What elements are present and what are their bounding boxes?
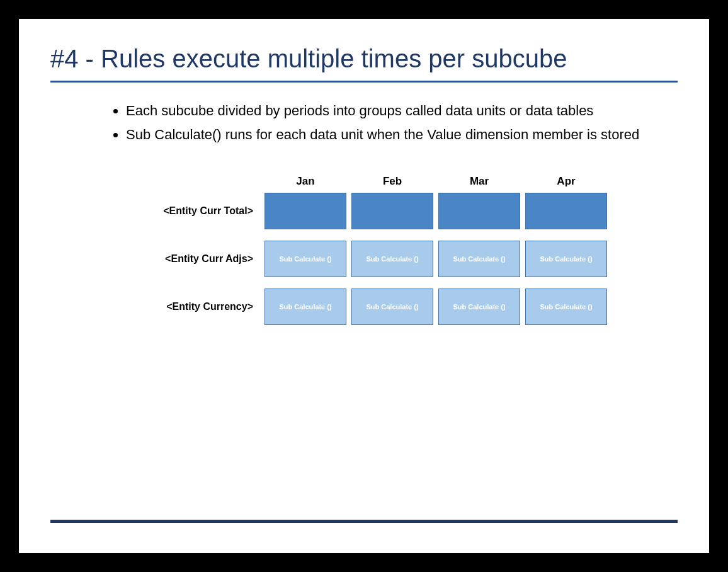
bullet-list: Each subcube divided by periods into gro… xyxy=(126,101,640,144)
cell-entity-currency-feb: Sub Calculate () xyxy=(351,289,433,325)
column-headers: Jan Feb Mar Apr xyxy=(264,175,678,188)
bullet-item: Sub Calculate() runs for each data unit … xyxy=(126,125,640,144)
bullet-item: Each subcube divided by periods into gro… xyxy=(126,101,640,120)
table-row: <Entity Curr Adjs> Sub Calculate () Sub … xyxy=(145,241,678,277)
column-header: Jan xyxy=(264,175,346,188)
cell-entity-curr-adjs-mar: Sub Calculate () xyxy=(438,241,520,277)
cell-entity-currency-jan: Sub Calculate () xyxy=(264,289,346,325)
column-header: Feb xyxy=(351,175,433,188)
column-header: Apr xyxy=(525,175,607,188)
title-divider xyxy=(50,81,678,83)
cell-entity-curr-adjs-jan: Sub Calculate () xyxy=(264,241,346,277)
slide-title: #4 - Rules execute multiple times per su… xyxy=(50,44,678,73)
table-row: <Entity Curr Total> xyxy=(145,193,678,229)
row-label: <Entity Curr Adjs> xyxy=(145,253,264,265)
cell-entity-curr-adjs-apr: Sub Calculate () xyxy=(525,241,607,277)
cell-entity-curr-total-feb xyxy=(351,193,433,229)
column-header: Mar xyxy=(438,175,520,188)
table-row: <Entity Currency> Sub Calculate () Sub C… xyxy=(145,289,678,325)
footer-divider xyxy=(50,520,678,523)
row-label: <Entity Curr Total> xyxy=(145,205,264,217)
slide: #4 - Rules execute multiple times per su… xyxy=(19,19,709,553)
matrix-table: Jan Feb Mar Apr <Entity Curr Total> <Ent… xyxy=(145,175,678,325)
cell-entity-curr-total-mar xyxy=(438,193,520,229)
cell-entity-currency-apr: Sub Calculate () xyxy=(525,289,607,325)
cell-entity-curr-total-apr xyxy=(525,193,607,229)
row-label: <Entity Currency> xyxy=(145,301,264,312)
cell-entity-curr-adjs-feb: Sub Calculate () xyxy=(351,241,433,277)
cell-entity-currency-mar: Sub Calculate () xyxy=(438,289,520,325)
cell-entity-curr-total-jan xyxy=(264,193,346,229)
